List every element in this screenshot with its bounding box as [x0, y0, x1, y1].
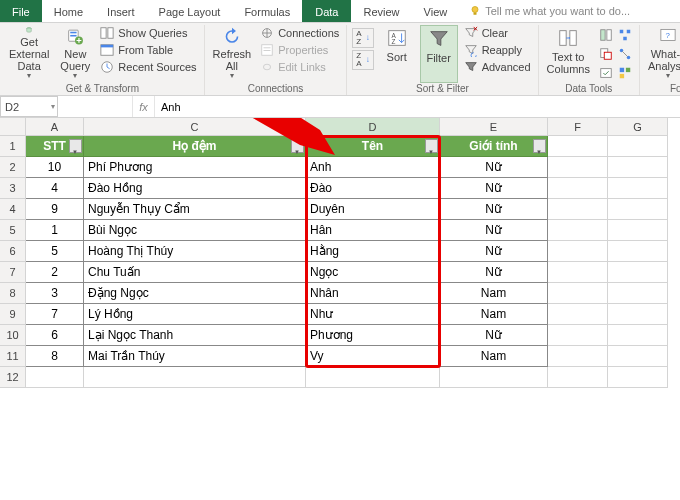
cell-ten[interactable]: Duyên	[306, 199, 440, 220]
cell-empty[interactable]	[548, 241, 608, 262]
cell-stt[interactable]: 5	[26, 241, 84, 262]
cell-gioi-tinh[interactable]: Nữ	[440, 325, 548, 346]
cell-empty[interactable]	[608, 304, 668, 325]
text-to-columns-button[interactable]: Text to Columns	[544, 25, 593, 83]
filter-button[interactable]: Filter	[420, 25, 458, 83]
row-header[interactable]: 11	[0, 346, 26, 367]
cell-gioi-tinh[interactable]: Nam	[440, 304, 548, 325]
filter-dropdown-icon[interactable]	[291, 139, 304, 153]
cell-empty[interactable]	[306, 367, 440, 388]
tab-home[interactable]: Home	[42, 0, 95, 22]
col-header-E[interactable]: E	[440, 118, 548, 136]
cell-empty[interactable]	[608, 283, 668, 304]
cell-stt[interactable]: 9	[26, 199, 84, 220]
cell-ho-dem[interactable]: Phí Phương	[84, 157, 306, 178]
row-header[interactable]: 9	[0, 304, 26, 325]
cell-empty[interactable]	[548, 325, 608, 346]
what-if-button[interactable]: ? What-If Analysis ▾	[645, 25, 680, 83]
reapply-button[interactable]: Reapply	[462, 42, 533, 58]
select-all-corner[interactable]	[0, 118, 26, 136]
advanced-button[interactable]: Advanced	[462, 59, 533, 75]
flash-fill-button[interactable]	[597, 26, 615, 44]
cell-ten[interactable]: Anh	[306, 157, 440, 178]
cell-stt[interactable]: 3	[26, 283, 84, 304]
filter-dropdown-icon[interactable]	[425, 139, 438, 153]
row-header[interactable]: 3	[0, 178, 26, 199]
col-header-D[interactable]: D	[306, 118, 440, 136]
col-header-F[interactable]: F	[548, 118, 608, 136]
cell-ho-dem[interactable]: Nguyễn Thụy Cẩm	[84, 199, 306, 220]
cell-empty[interactable]	[608, 136, 668, 157]
sort-az-button[interactable]: A Z↓	[352, 28, 373, 48]
row-header[interactable]: 4	[0, 199, 26, 220]
tab-file[interactable]: File	[0, 0, 42, 22]
tab-insert[interactable]: Insert	[95, 0, 147, 22]
cell-empty[interactable]	[548, 157, 608, 178]
cell-empty[interactable]	[608, 367, 668, 388]
cell-ten[interactable]: Phương	[306, 325, 440, 346]
sort-button[interactable]: AZ Sort	[378, 25, 416, 83]
cell-empty[interactable]	[608, 325, 668, 346]
filter-dropdown-icon[interactable]	[69, 139, 82, 153]
cell-ten[interactable]: Nhân	[306, 283, 440, 304]
cell-empty[interactable]	[548, 178, 608, 199]
col-header-C[interactable]: C	[84, 118, 306, 136]
tab-review[interactable]: Review	[351, 0, 411, 22]
cell-stt[interactable]: 4	[26, 178, 84, 199]
col-header-G[interactable]: G	[608, 118, 668, 136]
sort-za-button[interactable]: Z A↓	[352, 50, 373, 70]
tab-data[interactable]: Data	[302, 0, 351, 22]
cell-empty[interactable]	[608, 241, 668, 262]
name-box[interactable]: D2▾	[0, 96, 58, 117]
cell-empty[interactable]	[608, 157, 668, 178]
get-external-data-button[interactable]: Get External Data ▾	[6, 25, 52, 83]
remove-duplicates-button[interactable]	[597, 45, 615, 63]
table-header-stt[interactable]: STT	[26, 136, 84, 157]
cell-ho-dem[interactable]: Đào Hồng	[84, 178, 306, 199]
new-query-button[interactable]: New Query ▾	[56, 25, 94, 83]
col-header-A[interactable]: A	[26, 118, 84, 136]
cell-stt[interactable]: 1	[26, 220, 84, 241]
row-header[interactable]: 6	[0, 241, 26, 262]
cell-gioi-tinh[interactable]: Nam	[440, 283, 548, 304]
cell-gioi-tinh[interactable]: Nữ	[440, 241, 548, 262]
row-header[interactable]: 5	[0, 220, 26, 241]
cell-ho-dem[interactable]: Lý Hồng	[84, 304, 306, 325]
relationships-button[interactable]	[616, 45, 634, 63]
clear-filter-button[interactable]: Clear	[462, 25, 533, 41]
cell-empty[interactable]	[548, 136, 608, 157]
cell-gioi-tinh[interactable]: Nữ	[440, 220, 548, 241]
fx-icon[interactable]: fx	[133, 96, 155, 117]
worksheet-grid[interactable]: A C D E F G 1STTHọ đệmTênGiới tính210Phí…	[0, 118, 680, 500]
cell-empty[interactable]	[608, 199, 668, 220]
row-header[interactable]: 12	[0, 367, 26, 388]
table-header-ten[interactable]: Tên	[306, 136, 440, 157]
tab-page-layout[interactable]: Page Layout	[147, 0, 233, 22]
cell-ten[interactable]: Đào	[306, 178, 440, 199]
cell-stt[interactable]: 8	[26, 346, 84, 367]
cell-gioi-tinh[interactable]: Nữ	[440, 199, 548, 220]
tab-formulas[interactable]: Formulas	[232, 0, 302, 22]
tell-me-search[interactable]: Tell me what you want to do...	[459, 0, 630, 22]
cell-empty[interactable]	[548, 367, 608, 388]
cell-empty[interactable]	[548, 262, 608, 283]
cell-ten[interactable]: Hân	[306, 220, 440, 241]
refresh-all-button[interactable]: Refresh All ▾	[210, 25, 255, 83]
cell-empty[interactable]	[84, 367, 306, 388]
cell-empty[interactable]	[608, 178, 668, 199]
cell-empty[interactable]	[440, 367, 548, 388]
properties-button[interactable]: Properties	[258, 42, 341, 58]
table-header-ho-dem[interactable]: Họ đệm	[84, 136, 306, 157]
cell-ho-dem[interactable]: Bùi Ngọc	[84, 220, 306, 241]
cell-gioi-tinh[interactable]: Nam	[440, 346, 548, 367]
edit-links-button[interactable]: Edit Links	[258, 59, 341, 75]
cell-empty[interactable]	[608, 220, 668, 241]
cell-ho-dem[interactable]: Lại Ngọc Thanh	[84, 325, 306, 346]
row-header[interactable]: 2	[0, 157, 26, 178]
cell-ten[interactable]: Như	[306, 304, 440, 325]
cell-stt[interactable]: 7	[26, 304, 84, 325]
cell-empty[interactable]	[548, 283, 608, 304]
connections-button[interactable]: Connections	[258, 25, 341, 41]
cell-ten[interactable]: Hằng	[306, 241, 440, 262]
cell-empty[interactable]	[548, 304, 608, 325]
